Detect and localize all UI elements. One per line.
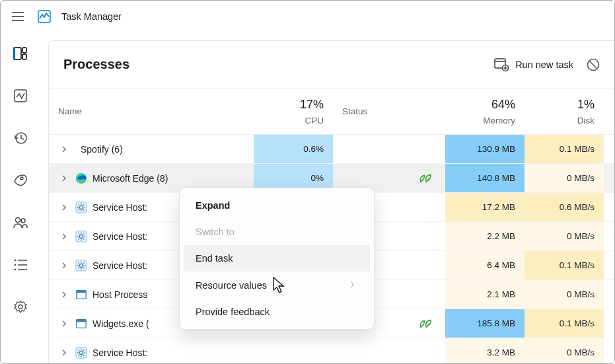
menu-expand[interactable]: Expand <box>184 192 370 219</box>
svg-line-35 <box>79 204 79 205</box>
chevron-right-icon: 〉 <box>350 279 358 291</box>
process-name: Service Host: <box>92 202 147 213</box>
block-icon <box>587 58 600 71</box>
svg-line-57 <box>79 268 79 268</box>
menu-resource-values[interactable]: Resource values〉 <box>184 272 370 299</box>
cell-cpu: 0.6% <box>254 135 333 163</box>
users-icon <box>13 216 28 229</box>
rail-app-history[interactable] <box>11 129 30 147</box>
svg-line-45 <box>79 233 79 234</box>
rail-performance[interactable] <box>11 87 30 105</box>
cell-disk: 0 MB/s <box>525 338 604 363</box>
process-icon <box>75 289 87 301</box>
svg-line-38 <box>83 204 84 205</box>
history-icon <box>14 131 27 145</box>
cell-disk: 0.6 MB/s <box>525 193 604 221</box>
process-icon <box>75 347 87 359</box>
cell-memory: 185.8 MB <box>445 309 525 338</box>
table-row[interactable]: Spotify (6)0.6%130.9 MB0.1 MB/s <box>49 135 614 164</box>
svg-rect-60 <box>77 290 86 293</box>
rail-services[interactable] <box>11 298 30 316</box>
end-task-header-button[interactable] <box>587 58 600 71</box>
menu-provide-feedback[interactable]: Provide feedback <box>184 299 370 325</box>
cell-memory: 2.2 MB <box>445 222 525 250</box>
process-name: Service Host: <box>92 231 147 242</box>
expand-toggle[interactable] <box>58 175 70 182</box>
expand-toggle[interactable] <box>58 320 70 327</box>
startup-icon <box>13 174 28 187</box>
svg-line-58 <box>83 262 84 263</box>
run-task-icon <box>494 58 509 71</box>
col-name[interactable]: Name <box>49 100 254 123</box>
panel-header: Processes Run new task <box>49 41 614 89</box>
cell-cpu <box>254 338 333 363</box>
process-icon <box>75 201 87 213</box>
cell-memory: 17.2 MB <box>445 193 525 221</box>
svg-line-72 <box>83 355 84 355</box>
process-name: Widgets.exe ( <box>92 318 149 329</box>
cell-memory: 140.8 MB <box>445 164 525 192</box>
cell-disk: 0.1 MB/s <box>525 309 604 338</box>
process-icon <box>75 318 87 330</box>
process-name: Service Host: <box>92 260 147 271</box>
rail-users[interactable] <box>11 213 30 232</box>
svg-rect-62 <box>77 319 86 322</box>
rail-details[interactable] <box>11 256 30 274</box>
cell-disk: 0.1 MB/s <box>525 251 604 279</box>
rail-startup[interactable] <box>11 171 30 190</box>
cell-memory: 6.4 MB <box>445 251 525 279</box>
cell-memory: 130.9 MB <box>445 135 525 163</box>
menu-switch-to: Switch to <box>184 219 370 245</box>
col-cpu[interactable]: 17%CPU <box>254 91 333 132</box>
col-status[interactable]: Status <box>333 100 445 123</box>
hamburger-button[interactable] <box>9 7 27 26</box>
cell-memory: 3.2 MB <box>445 338 525 363</box>
svg-line-36 <box>83 209 84 210</box>
menu-end-task[interactable]: End task <box>184 245 370 272</box>
svg-line-48 <box>83 233 84 234</box>
svg-line-73 <box>79 355 79 355</box>
eco-mode-icon <box>419 172 432 184</box>
details-icon <box>14 259 27 271</box>
cell-disk: 0 MB/s <box>525 280 604 309</box>
run-new-task-button[interactable]: Run new task <box>494 58 573 71</box>
run-new-task-label: Run new task <box>515 59 573 70</box>
svg-point-14 <box>15 264 17 266</box>
process-name: Spotify (6) <box>81 144 123 155</box>
svg-line-47 <box>79 238 79 239</box>
titlebar: Task Manager <box>1 1 614 32</box>
performance-icon <box>14 89 27 102</box>
expand-toggle[interactable] <box>58 349 70 356</box>
rail-processes[interactable] <box>11 44 30 63</box>
cell-status <box>333 338 445 363</box>
svg-rect-6 <box>22 54 26 59</box>
col-memory[interactable]: 64%Memory <box>445 91 525 132</box>
svg-rect-5 <box>22 48 26 53</box>
table-row[interactable]: Service Host:3.2 MB0 MB/s <box>49 338 614 363</box>
svg-point-9 <box>20 177 23 180</box>
side-rail <box>1 32 40 363</box>
cell-name: Service Host: <box>49 338 254 363</box>
hamburger-icon <box>12 12 24 21</box>
cell-name: Spotify (6) <box>49 135 254 163</box>
expand-toggle[interactable] <box>58 204 70 211</box>
eco-mode-icon <box>419 318 432 330</box>
cell-disk: 0 MB/s <box>525 164 604 192</box>
expand-toggle[interactable] <box>58 146 70 153</box>
svg-line-74 <box>83 349 84 350</box>
panel-title: Processes <box>63 57 129 72</box>
svg-line-71 <box>79 349 79 350</box>
cell-disk: 0.1 MB/s <box>525 135 604 163</box>
svg-line-37 <box>79 209 79 210</box>
svg-line-46 <box>83 238 84 239</box>
process-name: Microsoft Edge (8) <box>92 173 168 184</box>
table-header: Name 17%CPU Status 64%Memory 1%Disk <box>49 89 614 135</box>
svg-point-18 <box>18 305 22 309</box>
svg-point-10 <box>16 218 20 223</box>
cell-status <box>333 135 445 163</box>
col-disk[interactable]: 1%Disk <box>525 91 604 132</box>
expand-toggle[interactable] <box>58 291 70 298</box>
expand-toggle[interactable] <box>58 262 70 269</box>
expand-toggle[interactable] <box>58 233 70 240</box>
process-name: Service Host: <box>92 347 147 358</box>
